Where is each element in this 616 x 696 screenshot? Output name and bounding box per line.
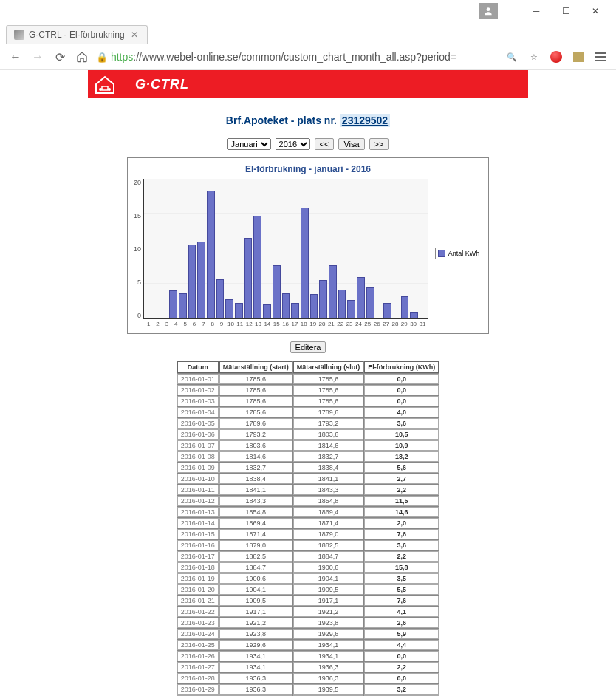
cell-date: 2016-01-18 bbox=[177, 562, 219, 573]
chart-bar bbox=[207, 191, 215, 318]
cell-value: 4,1 bbox=[364, 607, 439, 617]
chart-plot bbox=[143, 179, 428, 319]
chart-bar bbox=[244, 238, 253, 318]
cell-date: 2016-01-04 bbox=[177, 407, 219, 417]
forward-button[interactable]: → bbox=[30, 49, 46, 65]
cell-value: 4,0 bbox=[364, 407, 439, 417]
cell-date: 2016-01-29 bbox=[177, 684, 219, 695]
cell-end: 1904,1 bbox=[293, 573, 364, 584]
next-button[interactable]: >> bbox=[369, 138, 389, 150]
url-rest: ://www.webel-online.se/common/custom_cha… bbox=[133, 51, 456, 63]
zoom-icon[interactable]: 🔍 bbox=[504, 49, 520, 65]
cell-value: 15,8 bbox=[364, 562, 439, 573]
chart-bar bbox=[347, 300, 355, 318]
cell-date: 2016-01-23 bbox=[177, 618, 219, 628]
cell-value: 18,2 bbox=[364, 451, 439, 462]
cell-date: 2016-01-11 bbox=[177, 485, 219, 495]
reload-button[interactable]: ⟳ bbox=[52, 49, 68, 65]
chart-bar bbox=[235, 303, 243, 318]
table-row: 2016-01-291936,31939,53,2 bbox=[177, 684, 439, 695]
cell-start: 1934,1 bbox=[219, 651, 292, 661]
chart-bar bbox=[410, 312, 418, 318]
table-row: 2016-01-221917,11921,24,1 bbox=[177, 607, 439, 617]
cell-end: 1832,7 bbox=[293, 451, 364, 462]
cell-date: 2016-01-10 bbox=[177, 474, 219, 484]
logo-icon bbox=[88, 70, 122, 98]
close-window-button[interactable]: ✕ bbox=[581, 1, 610, 21]
table-row: 2016-01-121843,31854,811,5 bbox=[177, 496, 439, 506]
prev-button[interactable]: << bbox=[315, 138, 335, 150]
opera-icon[interactable] bbox=[548, 49, 564, 65]
cell-start: 1929,6 bbox=[219, 640, 292, 650]
chart-bar bbox=[197, 242, 205, 318]
cell-end: 1879,0 bbox=[293, 529, 364, 539]
data-table: DatumMätarställning (start)Mätarställnin… bbox=[177, 361, 440, 696]
chart-legend: Antal KWh bbox=[435, 248, 482, 259]
table-row: 2016-01-281936,31936,30,0 bbox=[177, 673, 439, 683]
extension-icon[interactable] bbox=[570, 49, 586, 65]
star-icon[interactable]: ☆ bbox=[526, 49, 542, 65]
chart-bar bbox=[273, 265, 281, 318]
menu-button[interactable] bbox=[592, 49, 609, 65]
cell-end: 1854,8 bbox=[293, 496, 364, 506]
cell-value: 5,9 bbox=[364, 629, 439, 639]
table-row: 2016-01-181884,71900,615,8 bbox=[177, 562, 439, 573]
close-tab-button[interactable]: ✕ bbox=[129, 30, 140, 40]
cell-end: 1929,6 bbox=[293, 629, 364, 639]
chart-bar bbox=[366, 287, 374, 318]
browser-tab[interactable]: G-CTRL - El-förbrukning ✕ bbox=[6, 25, 148, 44]
cell-end: 1869,4 bbox=[293, 507, 364, 517]
cell-date: 2016-01-27 bbox=[177, 662, 219, 672]
svg-point-0 bbox=[487, 7, 490, 11]
year-select[interactable]: 2016 bbox=[276, 138, 310, 150]
cell-date: 2016-01-22 bbox=[177, 607, 219, 617]
address-bar: ← → ⟳ 🔒 https://www.webel-online.se/comm… bbox=[0, 44, 616, 70]
user-icon[interactable] bbox=[479, 3, 498, 19]
url-field[interactable]: 🔒 https://www.webel-online.se/common/cus… bbox=[96, 51, 498, 63]
cell-start: 1832,7 bbox=[219, 463, 292, 473]
title-prefix: Brf.Apoteket - plats nr. bbox=[226, 115, 337, 126]
lock-icon: 🔒 bbox=[96, 52, 108, 63]
chart-yaxis: 20151050 bbox=[134, 179, 143, 319]
table-header: El-förbrukning (KWh) bbox=[364, 361, 439, 373]
legend-swatch bbox=[438, 250, 445, 257]
cell-date: 2016-01-01 bbox=[177, 374, 219, 384]
table-row: 2016-01-091832,71838,45,6 bbox=[177, 463, 439, 473]
show-button[interactable]: Visa bbox=[338, 138, 364, 150]
cell-value: 0,0 bbox=[364, 651, 439, 661]
cell-date: 2016-01-02 bbox=[177, 385, 219, 395]
tab-title: G-CTRL - El-förbrukning bbox=[29, 30, 125, 40]
site-banner: G·CTRL bbox=[88, 70, 528, 98]
month-select[interactable]: Januari bbox=[227, 138, 271, 150]
period-controls: Januari 2016 << Visa >> bbox=[227, 138, 389, 150]
cell-start: 1785,6 bbox=[219, 407, 292, 417]
table-header: Datum bbox=[177, 361, 219, 373]
chart-bar bbox=[357, 277, 365, 318]
maximize-button[interactable]: ☐ bbox=[551, 1, 581, 21]
cell-date: 2016-01-14 bbox=[177, 518, 219, 528]
cell-date: 2016-01-08 bbox=[177, 451, 219, 462]
home-button[interactable] bbox=[74, 49, 90, 65]
cell-date: 2016-01-09 bbox=[177, 463, 219, 473]
back-button[interactable]: ← bbox=[7, 49, 24, 65]
cell-start: 1923,8 bbox=[219, 629, 292, 639]
chart-bar bbox=[291, 303, 299, 318]
cell-date: 2016-01-26 bbox=[177, 651, 219, 661]
chart-bar bbox=[401, 296, 409, 318]
cell-start: 1854,8 bbox=[219, 507, 292, 517]
chart-bar bbox=[329, 265, 337, 318]
cell-date: 2016-01-13 bbox=[177, 507, 219, 517]
table-row: 2016-01-261934,11934,10,0 bbox=[177, 651, 439, 661]
edit-button[interactable]: Editera bbox=[290, 341, 326, 353]
table-header: Mätarställning (slut) bbox=[293, 361, 364, 373]
table-row: 2016-01-111841,11843,32,2 bbox=[177, 485, 439, 495]
cell-date: 2016-01-15 bbox=[177, 529, 219, 539]
table-row: 2016-01-251929,61934,14,4 bbox=[177, 640, 439, 650]
table-row: 2016-01-211909,51917,17,6 bbox=[177, 596, 439, 606]
cell-date: 2016-01-16 bbox=[177, 540, 219, 550]
cell-start: 1882,5 bbox=[219, 551, 292, 562]
table-row: 2016-01-241923,81929,65,9 bbox=[177, 629, 439, 639]
favicon-icon bbox=[14, 30, 24, 40]
minimize-button[interactable]: ─ bbox=[521, 1, 551, 21]
cell-end: 1909,5 bbox=[293, 584, 364, 595]
